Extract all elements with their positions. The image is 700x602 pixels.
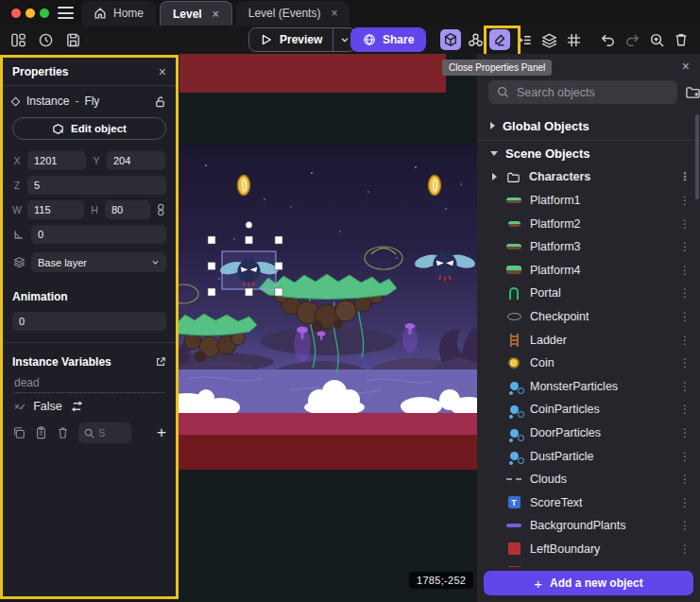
object-item-platform3[interactable]: Platform3 ⋮ [477,235,700,259]
z-position-field[interactable]: 5 [27,176,166,195]
edit-object-button[interactable]: Edit object [12,117,166,140]
object-groups-icon[interactable] [465,29,486,50]
object-item-backgroundplants[interactable]: BackgroundPlants ⋮ [477,514,700,538]
panels-layout-icon[interactable] [8,29,28,50]
item-menu-icon[interactable]: ⋮ [679,542,691,556]
object-item-leftboundary[interactable]: LeftBoundary ⋮ [477,538,700,561]
add-folder-icon[interactable] [685,85,700,99]
copy-icon[interactable] [12,426,26,439]
grid-icon[interactable] [563,29,584,50]
item-menu-icon[interactable]: ⋮ [679,310,691,323]
coin-instance[interactable] [429,176,441,196]
coin-instance[interactable] [238,176,250,196]
zoom-in-icon[interactable] [646,29,667,50]
share-button[interactable]: Share [350,27,426,52]
object-item-checkpoint[interactable]: Checkpoint ⋮ [477,305,700,329]
item-menu-icon[interactable]: ⋮ [679,473,691,486]
object-item-platform2[interactable]: Platform2 ⋮ [477,212,700,235]
item-menu-icon[interactable]: ⋮ [679,286,691,300]
top-boundary-object[interactable] [179,54,446,93]
layer-dropdown[interactable]: Base layer [31,252,166,272]
item-menu-icon[interactable]: ⋮ [679,380,691,393]
item-menu-icon[interactable]: ⋮ [679,496,691,509]
item-menu-icon[interactable]: ⋮ [679,356,691,370]
object-item-coin[interactable]: Coin ⋮ [477,352,700,375]
trash-icon[interactable] [57,426,69,439]
object-item-rightboundary[interactable]: RightBoundary ⋮ [477,560,700,567]
variable-value[interactable]: False [33,400,62,413]
item-menu-icon[interactable]: ⋮ [679,334,691,347]
variables-search-box[interactable] [78,422,131,443]
x-position-field[interactable]: 1201 [27,151,86,170]
object-item-monsterparticles[interactable]: MonsterParticles ⋮ [477,375,700,399]
objects-search-input[interactable] [517,86,669,99]
instance-object-name: Fly [84,95,99,108]
tab-level-events[interactable]: Level (Events) × [236,1,350,26]
scrollbar[interactable] [695,114,699,199]
paste-icon[interactable] [35,426,47,439]
add-new-object-button[interactable]: + Add a new object [484,571,693,595]
angle-field[interactable]: 0 [31,225,166,244]
object-item-platform1[interactable]: Platform1 ⋮ [477,189,700,213]
animation-field[interactable]: 0 [12,312,166,331]
edit-properties-icon[interactable] [489,29,510,50]
width-field[interactable]: 115 [27,200,84,219]
item-menu-icon[interactable]: ⋮ [679,403,691,416]
tab-level[interactable]: Level × [160,1,232,26]
open-variables-icon[interactable] [155,356,166,368]
minimize-window-button[interactable] [26,9,35,18]
title-bar: Home Level × Level (Events) × [0,0,700,26]
boundary-object-crimson[interactable] [178,413,477,435]
item-menu-icon[interactable]: ⋮ [679,194,691,207]
close-properties-icon[interactable]: × [159,65,166,78]
redo-icon[interactable] [622,29,642,50]
item-menu-icon[interactable]: ⋮ [679,240,691,253]
y-position-field[interactable]: 204 [107,151,165,170]
swap-value-icon[interactable] [70,401,84,412]
close-tab-icon[interactable]: × [331,7,337,20]
item-menu-icon[interactable]: ⋮ [679,170,691,183]
item-menu-icon[interactable]: ⋮ [679,217,691,231]
object-item-clouds[interactable]: Clouds ⋮ [477,468,700,491]
lock-aspect-ratio-icon[interactable] [156,203,166,216]
variable-name[interactable]: dead [14,376,164,393]
history-icon[interactable] [35,29,56,50]
close-window-button[interactable] [11,9,21,18]
trash-icon[interactable] [671,29,691,50]
item-menu-icon[interactable]: ⋮ [679,519,691,532]
3d-view-icon[interactable] [440,29,461,50]
object-item-characters[interactable]: Characters ⋮ [477,165,700,189]
item-menu-icon[interactable]: ⋮ [679,566,691,567]
objects-search-box[interactable] [488,80,677,104]
layers-icon[interactable] [538,29,559,50]
instances-list-icon[interactable] [514,29,535,50]
item-menu-icon[interactable]: ⋮ [679,450,691,463]
object-item-dustparticle[interactable]: DustParticle ⋮ [477,444,700,468]
object-item-coinparticles[interactable]: CoinParticles ⋮ [477,398,700,421]
height-field[interactable]: 80 [105,200,150,219]
item-menu-icon[interactable]: ⋮ [679,426,691,439]
add-variable-button[interactable]: + [157,423,166,442]
tab-home[interactable]: Home [81,1,156,26]
object-item-ladder[interactable]: Ladder ⋮ [477,328,700,352]
selected-fly-instance[interactable] [219,251,280,289]
object-item-doorparticles[interactable]: DoorParticles ⋮ [477,421,700,445]
preview-button[interactable]: Preview [248,27,356,52]
unlock-icon[interactable] [154,95,166,108]
item-menu-icon[interactable]: ⋮ [679,264,691,277]
section-scene-objects[interactable]: Scene Objects [477,143,700,166]
caret-right-icon [492,173,497,181]
menu-icon[interactable] [58,7,74,19]
maximize-window-button[interactable] [40,9,49,18]
particles-icon [505,449,522,464]
undo-icon[interactable] [597,29,618,50]
object-item-platform4[interactable]: Platform4 ⋮ [477,259,700,283]
close-tab-icon[interactable]: × [213,8,219,21]
object-item-portal[interactable]: Portal ⋮ [477,282,700,305]
close-objects-panel-icon[interactable]: × [682,60,690,73]
section-global-objects[interactable]: Global Objects [477,114,700,138]
boundary-object-darkred[interactable] [178,435,477,470]
save-icon[interactable] [62,29,83,50]
object-item-scoretext[interactable]: T ScoreText ⋮ [477,491,700,515]
variables-search-input[interactable] [98,427,119,439]
